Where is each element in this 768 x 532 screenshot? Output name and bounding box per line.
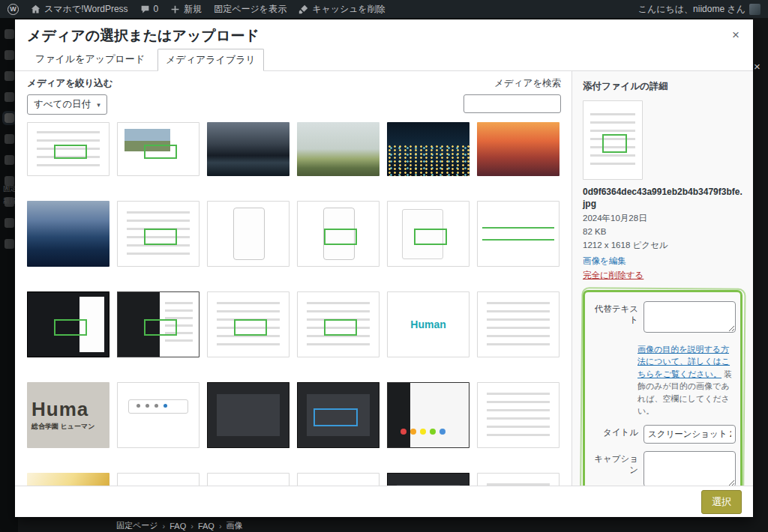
avatar (749, 4, 760, 15)
brush-icon (298, 4, 308, 14)
media-item-screenshot-human[interactable]: Human (387, 291, 470, 357)
select-button[interactable]: 選択 (701, 490, 742, 514)
media-modal-tabs: ファイルをアップロード メディアライブラリ (15, 49, 753, 71)
modal-close-button[interactable]: × (726, 25, 746, 45)
media-item-screenshot-editor-dark-2[interactable] (387, 473, 470, 486)
media-item-screenshot-page[interactable] (477, 382, 560, 448)
delete-permanently-link[interactable]: 完全に削除する (583, 270, 742, 281)
media-item-screenshot-button[interactable] (207, 473, 290, 486)
modal-footer: 選択 (15, 486, 753, 517)
site-name-label: スマホで!WordPress (44, 3, 128, 16)
media-modal: メディアの選択またはアップロード × ファイルをアップロード メディアライブラリ… (15, 19, 753, 517)
date-filter-select[interactable]: すべての日付 ▾ (27, 94, 107, 115)
media-item-photo-gold-gradient[interactable] (27, 473, 110, 486)
chevron-right-icon: › (219, 522, 222, 531)
media-item-photo-human-logo-subtext: 総合学園 ヒューマン (32, 422, 105, 432)
media-item-screenshot-typography[interactable]: Aa (297, 473, 380, 486)
media-item-photo-beach-grass[interactable] (297, 122, 380, 176)
edit-image-link[interactable]: 画像を編集 (583, 256, 742, 267)
media-item-screenshot-menu-panel[interactable] (387, 201, 470, 267)
comment-icon (140, 4, 150, 14)
breadcrumb-item: FAQ (198, 522, 214, 531)
attachment-details-sidebar: 添付ファイルの詳細 0d9f6364dec43a991eb2b4b3479f3b… (572, 71, 753, 486)
plus-icon (170, 4, 180, 14)
tab-media-library[interactable]: メディアライブラリ (158, 49, 264, 71)
modal-title: メディアの選択またはアップロード (27, 26, 741, 46)
account-menu-item[interactable]: こんにちは、niidome さん (638, 3, 760, 16)
media-item-screenshot-editor-blue[interactable] (297, 382, 380, 448)
media-item-screenshot-nav-dark[interactable] (27, 291, 110, 357)
media-item-screenshot-mobile-menu[interactable] (297, 201, 380, 267)
media-item-screenshot-dark-split[interactable] (117, 291, 200, 357)
comments-menu-item[interactable]: 0 (140, 4, 159, 14)
media-item-screenshot-palette[interactable] (117, 473, 200, 486)
attachment-fields-annotated-box: 代替テキスト 画像の目的を説明する方法について、詳しくはこちらをご覧ください。 … (583, 290, 742, 486)
close-icon: × (732, 28, 740, 42)
attachment-filesize: 82 KB (583, 226, 742, 239)
modal-header: メディアの選択またはアップロード × (15, 19, 753, 49)
breadcrumb-item: 固定ページ (116, 520, 158, 531)
media-item-screenshot-list[interactable] (297, 291, 380, 357)
media-item-screenshot-serif[interactable] (477, 473, 560, 486)
media-search-input[interactable] (464, 94, 561, 113)
wordpress-logo-icon: W (8, 4, 19, 15)
title-input[interactable] (644, 425, 736, 444)
wordpress-menu-item[interactable]: W (8, 4, 19, 15)
breadcrumb: 固定ページ › FAQ › FAQ › 画像 (116, 520, 243, 531)
media-item-screenshot-doc[interactable] (207, 291, 290, 357)
clear-cache-menu-item[interactable]: キャッシュを削除 (298, 3, 386, 16)
media-library-content: メディアを絞り込む すべての日付 ▾ メディアを検索 HumanHuma総合学園… (15, 71, 572, 486)
chevron-right-icon: › (190, 522, 194, 531)
home-icon (31, 4, 40, 14)
alt-text-textarea[interactable] (644, 301, 736, 333)
media-item-screenshot-sample-page[interactable] (117, 201, 200, 267)
media-item-screenshot-human-text: Human (410, 318, 446, 330)
alt-text-help-link[interactable]: 画像の目的を説明する方法について、詳しくはこちらをご覧ください。 (638, 345, 730, 378)
search-media-label: メディアを検索 (464, 77, 561, 90)
editor-close-icon: × (754, 60, 760, 73)
media-item-photo-human-logo-text: Huma (32, 399, 105, 419)
media-toolbar: メディアを絞り込む すべての日付 ▾ メディアを検索 (27, 77, 561, 115)
chevron-down-icon: ▾ (97, 101, 100, 109)
media-item-screenshot-mobile[interactable] (207, 201, 290, 267)
filter-media-label: メディアを絞り込む (27, 77, 113, 90)
new-content-menu-item[interactable]: 新規 (170, 3, 202, 16)
clear-cache-label: キャッシュを削除 (312, 3, 386, 16)
media-grid: HumanHuma総合学園 ヒューマンAa (27, 122, 561, 486)
media-item-screenshot-green-lines[interactable] (477, 201, 560, 267)
media-item-screenshot-toolbar[interactable] (117, 382, 200, 448)
media-item-photo-storm-sea[interactable] (207, 122, 290, 176)
media-item-screenshot-dark-sidebar[interactable] (387, 382, 470, 448)
greeting-label: こんにちは、niidome さん (638, 3, 746, 16)
media-item-photo-city-night[interactable] (387, 122, 470, 176)
screen: W スマホで!WordPress 0 新規 固定ページを表示 キャッシュを削除 … (0, 0, 768, 532)
title-row: タイトル (590, 425, 736, 444)
caption-textarea[interactable] (644, 451, 736, 486)
date-filter-value: すべての日付 (34, 98, 91, 111)
media-item-screenshot-editor-dark[interactable] (207, 382, 290, 448)
media-item-photo-dark-sea[interactable] (27, 201, 110, 267)
view-page-menu-item[interactable]: 固定ページを表示 (214, 3, 286, 16)
comments-count: 0 (154, 4, 159, 14)
chevron-right-icon: › (163, 522, 166, 531)
site-name-menu-item[interactable]: スマホで!WordPress (31, 3, 128, 16)
attachment-preview (583, 100, 643, 180)
media-item-screenshot-photo[interactable] (117, 122, 200, 176)
title-label: タイトル (590, 425, 644, 444)
new-label: 新規 (184, 3, 202, 16)
media-item-photo-human-logo[interactable]: Huma総合学園 ヒューマン (27, 382, 110, 448)
alt-text-help: 画像の目的を説明する方法について、詳しくはこちらをご覧ください。 装飾のみが目的… (638, 343, 736, 417)
alt-text-row: 代替テキスト (590, 301, 736, 336)
modal-body: メディアを絞り込む すべての日付 ▾ メディアを検索 HumanHuma総合学園… (15, 71, 753, 486)
media-item-screenshot-selected[interactable] (27, 122, 110, 176)
caption-row: キャプション (590, 451, 736, 486)
media-item-screenshot-table[interactable] (477, 291, 560, 357)
attachment-details-heading: 添付ファイルの詳細 (583, 80, 742, 93)
media-item-photo-orange-sunset[interactable] (477, 122, 560, 176)
admin-bar: W スマホで!WordPress 0 新規 固定ページを表示 キャッシュを削除 … (0, 0, 768, 18)
caption-label: キャプション (590, 451, 644, 486)
attachment-filename: 0d9f6364dec43a991eb2b4b3479f3bfe.jpg (583, 186, 742, 210)
tab-upload-files[interactable]: ファイルをアップロード (27, 48, 153, 70)
attachment-dimensions: 1212 x 1618 ピクセル (583, 239, 742, 253)
breadcrumb-item: 画像 (226, 520, 243, 531)
